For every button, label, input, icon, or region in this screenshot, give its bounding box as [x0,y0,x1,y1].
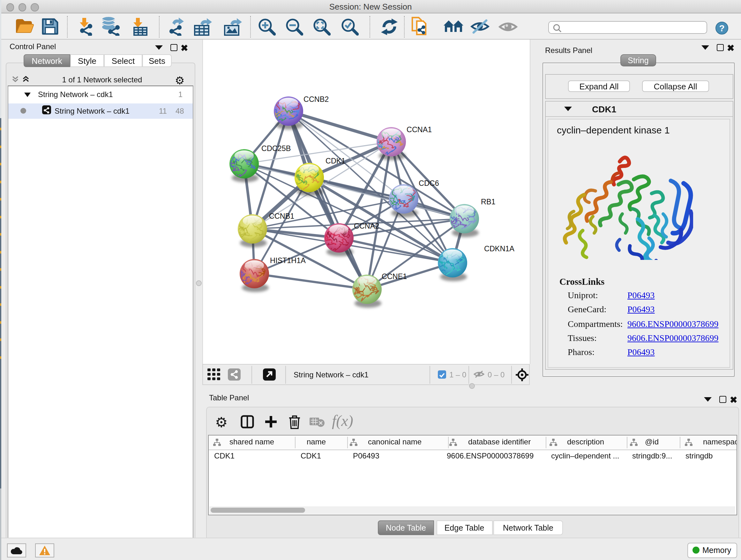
svg-text:CCNE1: CCNE1 [381,272,407,280]
svg-text:CCNB2: CCNB2 [303,95,328,103]
svg-text:CCNA2: CCNA2 [354,222,379,230]
svg-text:CDKN1A: CDKN1A [484,244,514,253]
svg-text:HIST1H1A: HIST1H1A [270,256,306,264]
svg-text:CCNB1: CCNB1 [269,212,294,220]
svg-text:CCNA1: CCNA1 [406,125,431,133]
svg-text:RB1: RB1 [481,197,495,206]
svg-text:CDC6: CDC6 [418,179,439,187]
svg-text:CDC25B: CDC25B [261,144,290,152]
svg-text:CDK1: CDK1 [325,157,345,165]
